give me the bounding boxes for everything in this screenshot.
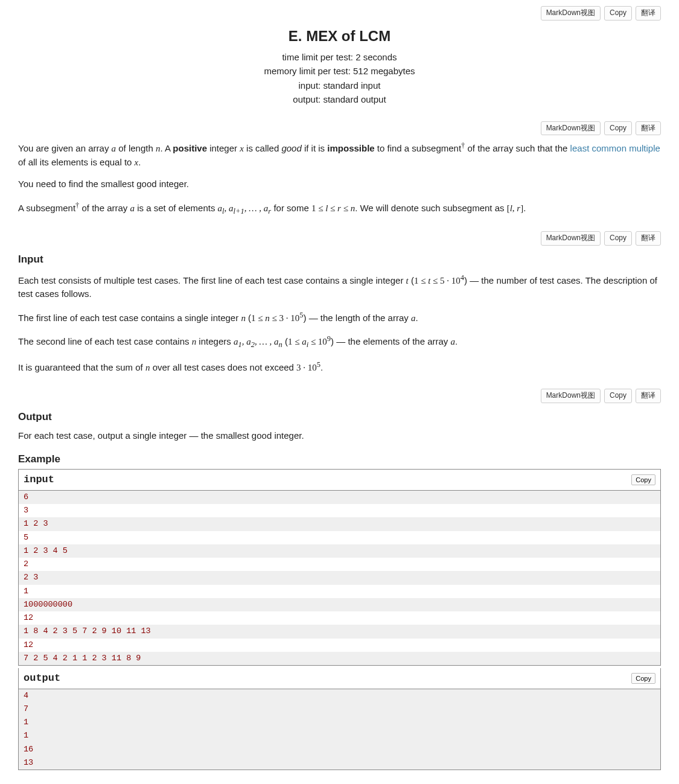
- text: to find a subsegment: [375, 143, 461, 153]
- markdown-view-button[interactable]: MarkDown视图: [541, 6, 601, 21]
- example-input-line: 1000000000: [19, 598, 660, 611]
- example-input-line: 7 2 5 4 2 1 1 2 3 11 8 9: [19, 652, 660, 665]
- example-input-box: input Copy 631 2 351 2 3 4 522 311000000…: [18, 469, 661, 666]
- markdown-view-button[interactable]: MarkDown视图: [541, 121, 601, 136]
- math-seq: al, al+1, … , ar: [218, 203, 272, 213]
- bold-impossible: impossible: [327, 143, 374, 153]
- math-a: a: [130, 203, 135, 213]
- example-input-line: 5: [19, 531, 660, 544]
- translate-button[interactable]: 翻译: [636, 6, 661, 21]
- text: of the array: [79, 203, 130, 213]
- translate-button[interactable]: 翻译: [636, 389, 661, 403]
- input-paragraph-3: The second line of each test case contai…: [18, 333, 661, 351]
- math-a: a: [451, 337, 456, 346]
- example-output-header: output Copy: [19, 668, 660, 689]
- text: (: [409, 275, 414, 285]
- math-x: x: [240, 144, 244, 153]
- memory-limit: memory limit per test: 512 megabytes: [18, 65, 661, 78]
- text: A subsegment: [18, 203, 75, 213]
- example-input-line: 12: [19, 639, 660, 652]
- lcm-link[interactable]: least common multiple: [570, 143, 660, 153]
- input-heading: Input: [18, 252, 661, 267]
- bold-positive: positive: [173, 143, 207, 153]
- statement-paragraph-3: A subsegment† of the array a is a set of…: [18, 200, 661, 217]
- input-paragraph-1: Each test consists of multiple test case…: [18, 272, 661, 301]
- text: of length: [116, 143, 156, 153]
- example-output-label: output: [24, 671, 60, 686]
- example-output-line: 1: [19, 729, 660, 742]
- math-a: a: [112, 144, 116, 153]
- text: The second line of each test case contai…: [18, 336, 192, 346]
- input-paragraph-4: It is guaranteed that the sum of n over …: [18, 359, 661, 375]
- text: if it is: [302, 143, 328, 153]
- text: integers: [196, 336, 234, 346]
- toolbar-input: MarkDown视图 Copy 翻译: [18, 231, 661, 246]
- text: is a set of elements: [135, 203, 218, 213]
- example-input-line: 3: [19, 504, 660, 517]
- output-heading: Output: [18, 409, 661, 425]
- text: .: [523, 203, 526, 213]
- statement-paragraph-1: You are given an array a of length n. A …: [18, 140, 661, 169]
- math-val: 3 · 105: [296, 363, 320, 372]
- problem-title: E. MEX of LCM: [18, 25, 661, 47]
- example-input-line: 2 3: [19, 571, 660, 584]
- example-output-line: 1: [19, 716, 660, 729]
- math-cond: 1 ≤ n ≤ 3 · 105: [251, 313, 303, 323]
- example-input-line: 1: [19, 585, 660, 598]
- text: . A: [160, 143, 173, 153]
- example-output-lines: 47111613: [19, 689, 660, 770]
- example-input-line: 2: [19, 558, 660, 571]
- text: of all its elements is equal to: [18, 157, 135, 167]
- text: .: [320, 362, 323, 372]
- copy-button[interactable]: Copy: [604, 231, 632, 246]
- text: .: [415, 313, 418, 323]
- example-input-copy-button[interactable]: Copy: [631, 474, 655, 485]
- example-output-box: output Copy 47111613: [18, 668, 661, 770]
- example-output-line: 4: [19, 689, 660, 703]
- example-input-label: input: [24, 472, 54, 488]
- italic-good: good: [281, 143, 301, 153]
- text: . We will denote such subsegment as: [355, 203, 507, 213]
- text: integer: [207, 143, 240, 153]
- toolbar-top: MarkDown视图 Copy 翻译: [18, 6, 661, 21]
- text: You are given an array: [18, 143, 112, 153]
- example-input-line: 6: [19, 491, 660, 504]
- statement-paragraph-2: You need to find the smallest good integ…: [18, 177, 661, 191]
- output-spec: output: standard output: [18, 93, 661, 107]
- example-output-copy-button[interactable]: Copy: [631, 673, 655, 684]
- text: (: [246, 313, 251, 323]
- text: of the array such that the: [465, 143, 570, 153]
- time-limit: time limit per test: 2 seconds: [18, 51, 661, 65]
- math-seq: a1, a2, … , an: [234, 337, 282, 346]
- example-input-line: 1 2 3 4 5: [19, 544, 660, 558]
- toolbar-statement: MarkDown视图 Copy 翻译: [18, 121, 661, 136]
- example-output-line: 13: [19, 756, 660, 770]
- copy-button[interactable]: Copy: [604, 389, 632, 403]
- text: (: [282, 336, 288, 346]
- example-input-line: 12: [19, 611, 660, 625]
- math-cond: 1 ≤ l ≤ r ≤ n: [311, 203, 355, 213]
- translate-button[interactable]: 翻译: [636, 121, 661, 136]
- output-paragraph-1: For each test case, output a single inte…: [18, 429, 661, 443]
- example-input-header: input Copy: [19, 470, 660, 491]
- text: ) — the length of the array: [304, 313, 411, 323]
- copy-button[interactable]: Copy: [604, 121, 632, 136]
- text: .: [138, 157, 141, 167]
- math-n: n: [241, 313, 246, 323]
- input-paragraph-2: The first line of each test case contain…: [18, 310, 661, 325]
- text: .: [455, 336, 457, 346]
- example-heading: Example: [18, 451, 661, 467]
- copy-button[interactable]: Copy: [604, 6, 632, 21]
- text: It is guaranteed that the sum of: [18, 362, 145, 372]
- text: The first line of each test case contain…: [18, 313, 241, 323]
- text: over all test cases does not exceed: [150, 362, 296, 372]
- translate-button[interactable]: 翻译: [636, 231, 661, 246]
- math-lr: [l, r]: [507, 203, 524, 213]
- text: Each test consists of multiple test case…: [18, 275, 406, 285]
- markdown-view-button[interactable]: MarkDown视图: [541, 389, 601, 403]
- markdown-view-button[interactable]: MarkDown视图: [541, 231, 601, 246]
- problem-meta: time limit per test: 2 seconds memory li…: [18, 51, 661, 107]
- example-input-line: 1 8 4 2 3 5 7 2 9 10 11 13: [19, 625, 660, 638]
- math-cond: 1 ≤ ai ≤ 109: [288, 337, 331, 346]
- text: for some: [271, 203, 311, 213]
